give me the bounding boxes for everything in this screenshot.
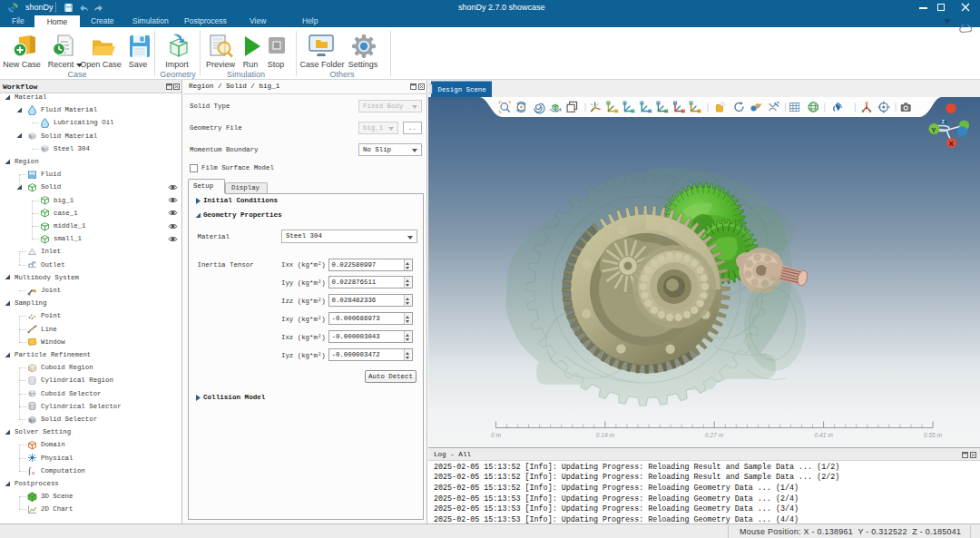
svg-text:0.27 m: 0.27 m <box>705 432 724 438</box>
svg-text:0.14 m: 0.14 m <box>596 432 615 438</box>
svg-text:0 m: 0 m <box>491 432 501 438</box>
svg-text:0.55 m: 0.55 m <box>924 432 943 438</box>
svg-text:x: x <box>31 469 35 476</box>
svg-text:X: X <box>949 140 955 148</box>
svg-text:0.41 m: 0.41 m <box>815 432 834 438</box>
svg-text:Design Scene: Design Scene <box>438 86 486 93</box>
svg-text:Y: Y <box>931 126 936 134</box>
